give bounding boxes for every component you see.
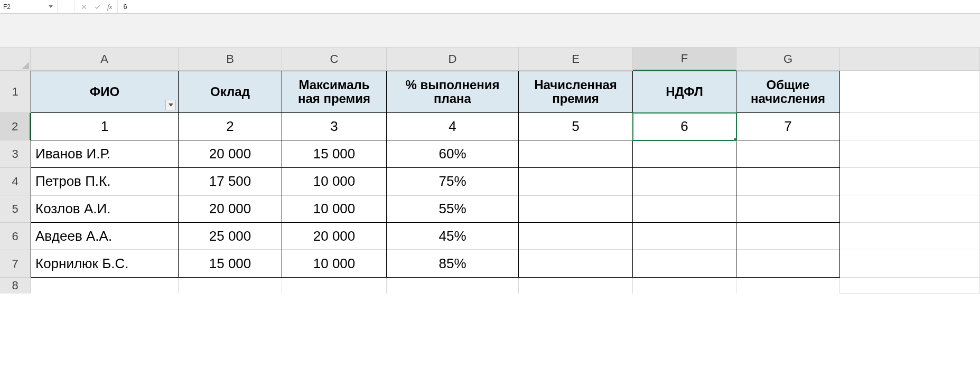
cell-f6[interactable] [633, 223, 736, 250]
cell-overflow-5 [840, 195, 980, 223]
cell-overflow-4 [840, 168, 980, 195]
cell-d8[interactable] [387, 278, 519, 294]
cell-b6[interactable]: 25 000 [179, 223, 282, 250]
cancel-icon[interactable] [80, 3, 88, 11]
cell-f2[interactable]: 6 [633, 113, 736, 140]
cell-d6[interactable]: 45% [387, 223, 519, 250]
header-total: Общие начисления [741, 78, 835, 106]
column-header-e[interactable]: E [519, 48, 633, 71]
cell-c6[interactable]: 20 000 [282, 223, 387, 250]
cell-c1[interactable]: Максималь ная премия [282, 71, 387, 113]
cell-g4[interactable] [736, 168, 840, 195]
cell-a7[interactable]: Корнилюк Б.С. [31, 250, 179, 278]
cell-overflow-8 [840, 278, 980, 294]
enter-icon[interactable] [94, 3, 102, 11]
ribbon-placeholder [0, 14, 980, 48]
cell-e4[interactable] [519, 168, 633, 195]
cell-overflow-7 [840, 250, 980, 278]
cell-e7[interactable] [519, 250, 633, 278]
row-header-4[interactable]: 4 [0, 168, 31, 195]
cell-b5[interactable]: 20 000 [179, 195, 282, 223]
cell-g5[interactable] [736, 195, 840, 223]
cell-f7[interactable] [633, 250, 736, 278]
cell-f3[interactable] [633, 140, 736, 168]
cell-e5[interactable] [519, 195, 633, 223]
formula-input[interactable]: 6 [117, 0, 980, 13]
cell-a6[interactable]: Авдеев А.А. [31, 223, 179, 250]
column-header-g[interactable]: G [736, 48, 840, 71]
cell-c4[interactable]: 10 000 [282, 168, 387, 195]
cell-g8[interactable] [736, 278, 840, 294]
header-ndfl: НДФЛ [666, 85, 703, 99]
spreadsheet-grid: A B C D E F G 1 ФИО Оклад Максималь ная … [0, 48, 980, 294]
cell-d4[interactable]: 75% [387, 168, 519, 195]
cell-f5[interactable] [633, 195, 736, 223]
cell-e8[interactable] [519, 278, 633, 294]
cell-b7[interactable]: 15 000 [179, 250, 282, 278]
cell-a1[interactable]: ФИО [31, 71, 179, 113]
cell-d2[interactable]: 4 [387, 113, 519, 140]
header-salary: Оклад [210, 85, 250, 99]
cell-overflow-2 [840, 113, 980, 140]
name-box[interactable]: F2 [3, 3, 47, 11]
filter-dropdown-icon[interactable] [165, 100, 176, 110]
cell-d3[interactable]: 60% [387, 140, 519, 168]
cell-c5[interactable]: 10 000 [282, 195, 387, 223]
cell-overflow-6 [840, 223, 980, 250]
cell-b2[interactable]: 2 [179, 113, 282, 140]
row-header-8[interactable]: 8 [0, 278, 31, 294]
formula-bar: F2 fx 6 [0, 0, 980, 14]
row-header-2[interactable]: 2 [0, 113, 31, 140]
cell-d7[interactable]: 85% [387, 250, 519, 278]
cell-g7[interactable] [736, 250, 840, 278]
name-box-dropdown-icon[interactable] [47, 3, 54, 11]
cell-f4[interactable] [633, 168, 736, 195]
column-header-a[interactable]: A [31, 48, 179, 71]
formula-bar-spacer [58, 0, 74, 13]
cell-b4[interactable]: 17 500 [179, 168, 282, 195]
cell-b3[interactable]: 20 000 [179, 140, 282, 168]
cell-c2[interactable]: 3 [282, 113, 387, 140]
column-header-f[interactable]: F [633, 48, 736, 71]
fill-handle[interactable] [734, 138, 738, 141]
row-header-1[interactable]: 1 [0, 71, 31, 113]
cell-a4[interactable]: Петров П.К. [31, 168, 179, 195]
cell-c8[interactable] [282, 278, 387, 294]
cell-a2[interactable]: 1 [31, 113, 179, 140]
row-header-7[interactable]: 7 [0, 250, 31, 278]
cell-d5[interactable]: 55% [387, 195, 519, 223]
row-header-3[interactable]: 3 [0, 140, 31, 168]
column-header-c[interactable]: C [282, 48, 387, 71]
fx-icon[interactable]: fx [107, 3, 112, 11]
cell-g3[interactable] [736, 140, 840, 168]
cell-c7[interactable]: 10 000 [282, 250, 387, 278]
cell-f1[interactable]: НДФЛ [633, 71, 736, 113]
column-header-b[interactable]: B [179, 48, 282, 71]
cell-e3[interactable] [519, 140, 633, 168]
select-all-corner[interactable] [0, 48, 31, 71]
cell-g1[interactable]: Общие начисления [736, 71, 840, 113]
header-plan-pct: % выполнения плана [391, 78, 514, 106]
cell-b8[interactable] [179, 278, 282, 294]
column-header-d[interactable]: D [387, 48, 519, 71]
cell-a3[interactable]: Иванов И.Р. [31, 140, 179, 168]
cell-a5[interactable]: Козлов А.И. [31, 195, 179, 223]
cell-c3[interactable]: 15 000 [282, 140, 387, 168]
cell-e1[interactable]: Начисленная премия [519, 71, 633, 113]
cell-overflow-3 [840, 140, 980, 168]
header-max-bonus: Максималь ная премия [298, 78, 370, 106]
cell-g2[interactable]: 7 [736, 113, 840, 140]
cell-e6[interactable] [519, 223, 633, 250]
cell-g6[interactable] [736, 223, 840, 250]
cell-a8[interactable] [31, 278, 179, 294]
row-header-5[interactable]: 5 [0, 195, 31, 223]
cell-f8[interactable] [633, 278, 736, 294]
cell-e2[interactable]: 5 [519, 113, 633, 140]
header-fio: ФИО [90, 85, 119, 99]
cell-b1[interactable]: Оклад [179, 71, 282, 113]
cell-f2-value: 6 [680, 118, 688, 135]
row-header-6[interactable]: 6 [0, 223, 31, 250]
column-header-overflow [840, 48, 980, 71]
cell-d1[interactable]: % выполнения плана [387, 71, 519, 113]
name-box-container: F2 [0, 0, 58, 13]
